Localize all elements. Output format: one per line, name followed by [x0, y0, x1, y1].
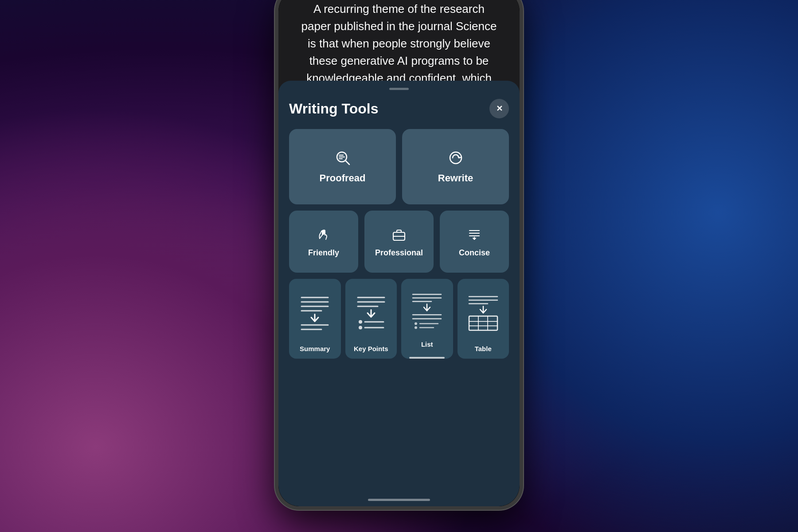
professional-icon	[391, 226, 407, 243]
close-button[interactable]: ✕	[489, 99, 509, 118]
list-active-indicator	[409, 357, 445, 359]
row-small: Summary	[289, 279, 509, 359]
summary-button[interactable]: Summary	[289, 279, 341, 359]
svg-point-32	[415, 322, 417, 325]
svg-rect-40	[469, 316, 497, 330]
writing-tools-sheet: Writing Tools ✕	[278, 81, 520, 506]
svg-point-22	[359, 320, 362, 324]
friendly-label: Friendly	[308, 248, 339, 258]
phone-frame: A recurring theme of the research paper …	[275, 0, 523, 510]
table-button[interactable]: Table	[458, 279, 509, 359]
concise-icon	[466, 226, 483, 243]
proofread-label: Proofread	[320, 172, 366, 184]
rewrite-label: Rewrite	[438, 172, 473, 184]
key-points-button[interactable]: Key Points	[345, 279, 397, 359]
proofread-icon	[334, 149, 351, 166]
friendly-icon	[315, 226, 332, 243]
svg-line-1	[345, 160, 349, 164]
list-icon	[406, 285, 449, 336]
summary-label: Summary	[300, 340, 330, 359]
phone-wrapper: A recurring theme of the research paper …	[226, 0, 572, 532]
sheet-header: Writing Tools ✕	[289, 99, 509, 118]
row-medium: Friendly	[289, 211, 509, 273]
row-large: Proofread	[289, 129, 509, 204]
key-points-label: Key Points	[354, 340, 388, 359]
concise-label: Concise	[459, 248, 490, 258]
close-icon: ✕	[496, 104, 503, 113]
professional-button[interactable]: Professional	[364, 211, 434, 273]
proofread-button[interactable]: Proofread	[289, 129, 396, 204]
key-points-icon	[350, 285, 393, 340]
rewrite-button[interactable]: Rewrite	[402, 129, 509, 204]
professional-label: Professional	[375, 248, 423, 258]
rewrite-icon	[447, 149, 464, 166]
list-button[interactable]: List	[401, 279, 453, 359]
concise-button[interactable]: Concise	[440, 211, 509, 273]
summary-icon	[293, 285, 336, 340]
svg-point-34	[415, 326, 417, 329]
tools-grid: Proofread	[289, 129, 509, 359]
sheet-title: Writing Tools	[289, 101, 378, 117]
table-label: Table	[475, 340, 492, 359]
svg-point-24	[359, 326, 362, 329]
table-icon	[462, 285, 505, 340]
phone-screen: A recurring theme of the research paper …	[278, 0, 520, 506]
drag-handle[interactable]	[389, 88, 409, 90]
friendly-button[interactable]: Friendly	[289, 211, 358, 273]
home-indicator	[368, 499, 430, 501]
list-label: List	[421, 336, 433, 354]
